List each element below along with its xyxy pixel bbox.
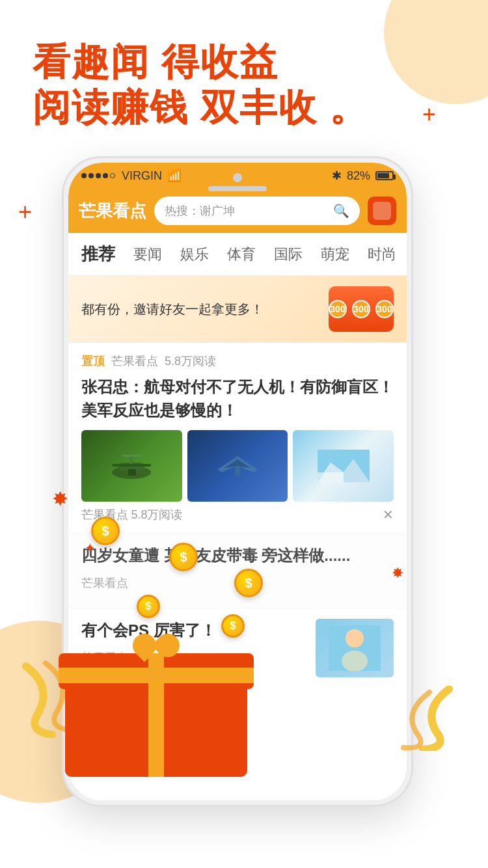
article-1-tag: 置顶 xyxy=(81,353,105,369)
svg-rect-5 xyxy=(128,469,136,476)
app-logo: 芒果看点 xyxy=(79,200,146,223)
signal-dot-5 xyxy=(110,173,115,178)
helicopter-image xyxy=(81,430,182,502)
banner-promotion[interactable]: 都有份，邀请好友一起拿更多！ 300 300 300 xyxy=(68,276,407,343)
tab-fashion[interactable]: 时尚 xyxy=(368,245,396,264)
svg-rect-4 xyxy=(122,455,141,457)
svg-rect-2 xyxy=(112,464,151,467)
sparkle-1: ✸ xyxy=(52,487,68,510)
flying-coins-overlay: $ $ $ $ $ xyxy=(52,517,312,660)
plus-decoration-top-right: + xyxy=(422,101,436,128)
battery-percent: 82% xyxy=(347,169,370,183)
article-1[interactable]: 置顶 芒果看点 5.8万阅读 张召忠：航母对付不了无人机！有防御盲区！美军反应也… xyxy=(68,343,407,533)
header-line1: 看趣闻 得收益 xyxy=(33,39,368,85)
article-1-source: 芒果看点 xyxy=(111,353,158,369)
search-icon[interactable]: 🔍 xyxy=(333,203,349,219)
signal-indicator xyxy=(81,173,115,178)
tab-news[interactable]: 要闻 xyxy=(133,245,162,264)
signal-dot-1 xyxy=(81,173,87,178)
coin-2: 300 xyxy=(352,300,370,318)
article-1-reads: 5.8万阅读 xyxy=(165,353,216,369)
flying-coin-5: $ xyxy=(221,614,245,638)
article-1-close-icon[interactable]: ✕ xyxy=(383,507,394,522)
navigation-tabs: 推荐 要闻 娱乐 体育 国际 萌宠 时尚 + xyxy=(68,233,407,276)
jet-image xyxy=(187,430,288,502)
ribbon-right xyxy=(358,686,462,751)
article-img-snow xyxy=(293,430,394,502)
carrier-name: VIRGIN xyxy=(122,169,162,183)
phone-speaker xyxy=(208,186,267,191)
tab-pets[interactable]: 萌宠 xyxy=(321,245,349,264)
person-image xyxy=(316,619,394,677)
signal-dot-4 xyxy=(103,173,108,178)
phone-camera xyxy=(233,173,242,182)
snow-image xyxy=(293,430,394,502)
battery-icon xyxy=(375,171,394,180)
status-left: VIRGIN 📶 xyxy=(81,169,182,183)
flying-coin-2: $ xyxy=(169,543,198,571)
bluetooth-icon: ✱ xyxy=(332,169,342,183)
article-1-images xyxy=(81,430,394,502)
banner-text: 都有份，邀请好友一起拿更多！ xyxy=(81,301,329,318)
gift-coins-display: 300 300 300 xyxy=(329,300,394,318)
app-icon-button[interactable] xyxy=(368,197,396,225)
search-bar[interactable]: 热搜：谢广坤 🔍 xyxy=(154,197,360,225)
bg-decoration-top xyxy=(384,0,488,104)
coin-3: 300 xyxy=(375,300,394,318)
article-1-meta: 置顶 芒果看点 5.8万阅读 xyxy=(81,353,394,369)
phone-top-sensors xyxy=(208,173,267,191)
svg-point-15 xyxy=(342,651,368,671)
tab-entertainment[interactable]: 娱乐 xyxy=(180,245,209,264)
article-img-jet xyxy=(187,430,288,502)
search-hint: 热搜：谢广坤 xyxy=(165,203,328,219)
header-text-area: 看趣闻 得收益 阅读赚钱 双丰收 。 xyxy=(33,39,368,129)
banner-gift-icon: 300 300 300 xyxy=(329,286,394,332)
sparkle-2: ✦ xyxy=(85,540,96,556)
signal-dot-3 xyxy=(96,173,101,178)
flying-coin-3: $ xyxy=(234,569,263,597)
sparkle-3: ✸ xyxy=(392,565,403,582)
status-right: ✱ 82% xyxy=(332,169,394,183)
svg-point-14 xyxy=(346,629,364,647)
article-img-helicopter xyxy=(81,430,182,502)
tab-international[interactable]: 国际 xyxy=(274,245,303,264)
gift-ribbon-horizontal xyxy=(59,668,254,683)
wifi-icon: 📶 xyxy=(167,169,182,183)
header-line2: 阅读赚钱 双丰收 。 xyxy=(33,85,368,130)
svg-rect-8 xyxy=(235,466,240,476)
article-1-title: 张召忠：航母对付不了无人机！有防御盲区！美军反应也是够慢的！ xyxy=(81,375,394,422)
plus-decoration-left: + xyxy=(18,198,32,226)
flying-coin-4: $ xyxy=(137,595,160,618)
battery-fill xyxy=(377,173,389,178)
article-3-image xyxy=(316,619,394,677)
tab-sports[interactable]: 体育 xyxy=(227,245,256,264)
app-icon-inner xyxy=(373,202,391,220)
signal-dot-2 xyxy=(88,173,94,178)
coin-1: 300 xyxy=(329,300,347,318)
tab-recommend[interactable]: 推荐 xyxy=(81,243,115,265)
app-header-bar: 芒果看点 热搜：谢广坤 🔍 xyxy=(68,189,407,233)
